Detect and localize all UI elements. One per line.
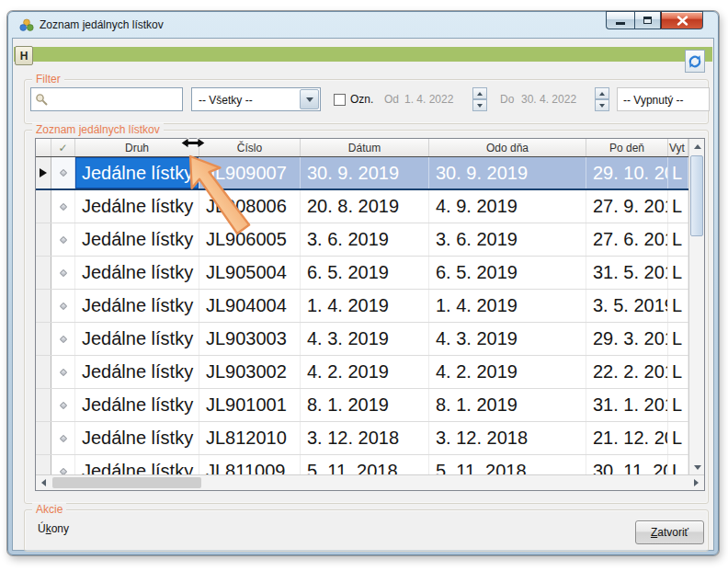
scroll-left-button[interactable] <box>36 475 51 490</box>
cell-druh: Jedálne lístky <box>75 323 199 355</box>
cell-po: 29. 3. 2019 <box>586 323 668 355</box>
state-dropdown[interactable]: -- Vypnutý -- <box>617 87 710 111</box>
column-header-marker[interactable] <box>36 139 51 156</box>
chevron-down-icon <box>306 97 313 102</box>
cell-datum: 30. 9. 2019 <box>301 157 429 188</box>
date-from-spinner <box>472 87 487 111</box>
horizontal-scrollbar[interactable] <box>36 474 704 490</box>
cell-datum: 3. 12. 2018 <box>301 422 429 454</box>
date-to-value[interactable]: 30. 4. 2022 <box>521 93 576 106</box>
horizontal-scroll-thumb[interactable] <box>52 477 201 488</box>
cell-cislo: JL904004 <box>199 290 301 322</box>
search-input[interactable] <box>51 89 180 109</box>
table-row[interactable]: Jedálne lístkyJL9060053. 6. 20193. 6. 20… <box>36 223 688 257</box>
close-window-button[interactable] <box>661 11 703 29</box>
cell-odo: 4. 3. 2019 <box>429 323 586 355</box>
cell-odo: 5. 11. 2018 <box>429 455 586 474</box>
scroll-up-button[interactable] <box>689 139 705 154</box>
table-row[interactable]: Jedálne lístkyJL90900730. 9. 201930. 9. … <box>36 157 688 190</box>
restore-button[interactable] <box>634 11 661 29</box>
date-from-value[interactable]: 1. 4. 2022 <box>404 93 453 106</box>
cell-vyt: L <box>668 422 688 454</box>
cell-vyt: L <box>668 157 688 188</box>
close-icon <box>677 16 688 26</box>
row-bullet-cell <box>51 157 75 188</box>
cell-odo: 1. 4. 2019 <box>429 290 586 322</box>
date-from-spin-up-button[interactable] <box>472 87 487 99</box>
state-dropdown-value: -- Vypnutý -- <box>623 94 684 107</box>
cell-datum: 1. 4. 2019 <box>301 290 429 322</box>
cell-druh: Jedálne lístky <box>75 389 199 421</box>
date-to-spin-down-button[interactable] <box>595 99 609 111</box>
window-controls <box>606 11 703 29</box>
row-bullet-cell <box>51 455 75 474</box>
scroll-right-button[interactable] <box>688 475 704 490</box>
date-to-spin-up-button[interactable] <box>595 87 609 99</box>
table-row[interactable]: Jedálne lístkyJL8110095. 11. 20185. 11. … <box>36 455 688 474</box>
scroll-right-icon <box>694 479 699 486</box>
table-row[interactable]: Jedálne lístkyJL9010018. 1. 20198. 1. 20… <box>36 389 688 422</box>
cell-datum: 4. 2. 2019 <box>301 356 429 388</box>
table-row[interactable]: Jedálne lístkyJL9030024. 2. 20194. 2. 20… <box>36 356 688 389</box>
cell-druh: Jedálne lístky <box>75 455 199 474</box>
column-header-cislo[interactable]: Číslo <box>199 139 301 156</box>
column-header-datum[interactable]: Dátum <box>301 139 429 156</box>
cell-vyt: L <box>668 455 688 474</box>
column-header-ododna[interactable]: Odo dňa <box>429 139 586 156</box>
row-bullet-cell <box>51 422 75 454</box>
row-marker-cell <box>36 323 51 355</box>
cell-druh: Jedálne lístky <box>75 257 199 289</box>
table-row[interactable]: Jedálne lístkyJL90800620. 8. 20194. 9. 2… <box>36 190 688 223</box>
row-bullet-cell <box>51 290 75 322</box>
row-marker-cell <box>36 422 51 454</box>
column-header-vyt[interactable]: Vyt <box>668 139 688 156</box>
grid-body: Jedálne lístkyJL90900730. 9. 201930. 9. … <box>36 157 688 474</box>
scroll-left-icon <box>41 479 46 486</box>
table-row[interactable]: Jedálne lístkyJL9030034. 3. 20194. 3. 20… <box>36 323 688 356</box>
bullet-icon <box>59 268 66 276</box>
type-dropdown-button[interactable] <box>300 89 319 109</box>
table-row[interactable]: Jedálne lístkyJL8120103. 12. 20183. 12. … <box>36 422 688 455</box>
cell-po: 27. 6. 2019 <box>586 223 668 256</box>
cell-po: 22. 2. 2019 <box>586 356 668 388</box>
app-icon <box>19 18 34 32</box>
bullet-icon <box>59 467 66 474</box>
grid-main: ✓DruhČísloDátumOdo dňaPo deňVyt Jedálne … <box>36 139 688 474</box>
column-header-poden[interactable]: Po deň <box>586 139 668 156</box>
spin-down-icon <box>477 104 483 108</box>
cell-odo: 6. 5. 2019 <box>429 257 586 289</box>
scroll-down-button[interactable] <box>689 460 705 474</box>
app-window: Zoznam jedálnych lístkov H Filter <box>7 11 719 555</box>
bullet-icon <box>59 401 66 408</box>
cell-odo: 4. 9. 2019 <box>429 190 586 223</box>
bullet-icon <box>59 434 66 441</box>
refresh-button[interactable] <box>685 50 705 73</box>
minimize-button[interactable] <box>606 11 634 29</box>
toolbar-strip <box>14 47 712 62</box>
type-dropdown[interactable]: -- Všetky -- <box>191 87 321 111</box>
cell-odo: 8. 1. 2019 <box>429 389 586 421</box>
ukony-menu-button[interactable]: Úkony <box>38 522 69 535</box>
row-bullet-cell <box>51 356 75 388</box>
cell-po: 31. 5. 2019 <box>586 257 668 289</box>
bullet-icon <box>59 169 66 177</box>
actions-legend: Akcie <box>32 503 66 516</box>
row-marker-cell <box>36 257 51 289</box>
cell-odo: 4. 2. 2019 <box>429 356 586 388</box>
table-row[interactable]: Jedálne lístkyJL9050046. 5. 20196. 5. 20… <box>36 257 688 290</box>
help-button[interactable]: H <box>15 46 33 65</box>
list-groupbox: Zoznam jedálnych lístkov ✓DruhČísloDátum… <box>24 130 709 504</box>
cell-cislo: JL903002 <box>199 356 301 388</box>
vertical-scroll-thumb[interactable] <box>690 155 703 236</box>
column-header-check[interactable]: ✓ <box>51 139 75 156</box>
ozn-checkbox[interactable] <box>334 94 346 106</box>
minimize-icon <box>616 22 625 25</box>
table-row[interactable]: Jedálne lístkyJL9040041. 4. 20191. 4. 20… <box>36 290 688 323</box>
close-dialog-button[interactable]: Zatvoriť <box>635 520 704 544</box>
date-from-spin-down-button[interactable] <box>472 99 487 111</box>
vertical-scrollbar[interactable] <box>688 139 704 474</box>
row-marker-cell <box>36 223 51 256</box>
title-bar[interactable]: Zoznam jedálnych lístkov <box>8 12 718 38</box>
cell-vyt: L <box>668 323 688 355</box>
row-marker-cell <box>36 356 51 388</box>
